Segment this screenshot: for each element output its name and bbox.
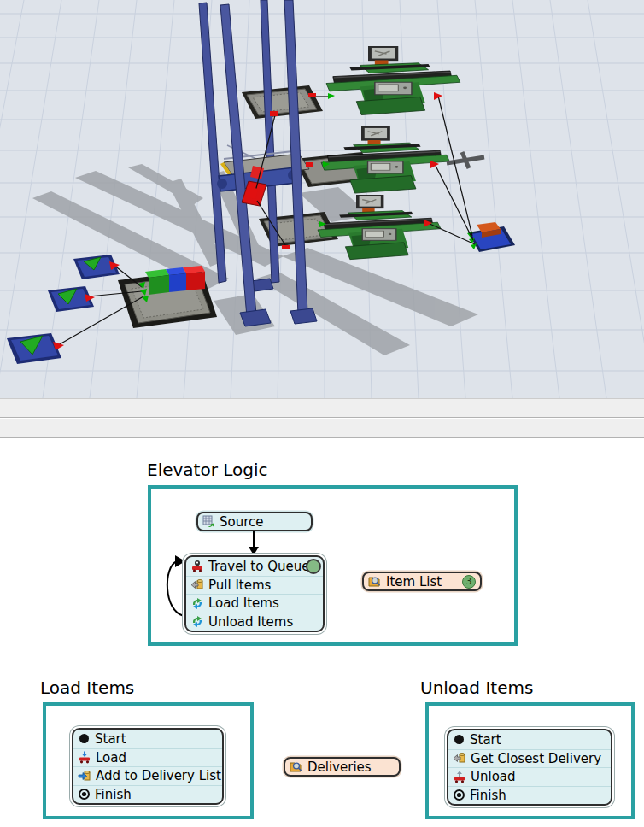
- finish-icon: [78, 788, 91, 801]
- horizontal-splitter-2[interactable]: [0, 419, 644, 438]
- activity-get-closest-delivery[interactable]: Get Closest Delivery: [448, 749, 611, 768]
- source-icon: [202, 515, 215, 528]
- activity-start[interactable]: Start: [448, 730, 611, 749]
- activity-pull-items[interactable]: Pull Items: [186, 576, 323, 595]
- 3d-model-view[interactable]: [0, 0, 644, 398]
- activity-finish[interactable]: Finish: [73, 785, 222, 804]
- start-icon: [453, 733, 465, 746]
- pull-list-icon: [190, 578, 204, 591]
- item-list-label: Item List: [386, 574, 442, 589]
- subflow-icon: [190, 615, 204, 628]
- travel-icon: [190, 560, 204, 572]
- activity-label: Start: [95, 731, 126, 747]
- activity-label: Unload Items: [208, 614, 293, 630]
- finish-icon: [453, 789, 465, 801]
- push-list-icon: [78, 770, 91, 783]
- magnifier-list-icon: [290, 760, 303, 773]
- source-label: Source: [220, 514, 264, 530]
- activity-label: Pull Items: [208, 578, 271, 593]
- activity-start[interactable]: Start: [73, 730, 222, 748]
- activity-load[interactable]: Load: [73, 748, 222, 767]
- activity-label: Add to Delivery List: [96, 768, 221, 783]
- activity-unload[interactable]: Unload: [448, 767, 611, 786]
- 3d-scene-canvas: [0, 0, 644, 398]
- activity-label: Load Items: [208, 595, 279, 611]
- activity-finish[interactable]: Finish: [448, 786, 611, 805]
- elevator-logic-title: Elevator Logic: [147, 460, 268, 480]
- activity-label: Load: [96, 750, 126, 765]
- load-items-title: Load Items: [40, 677, 134, 698]
- unload-items-container[interactable]: Start Get Closest Delivery Unload: [425, 702, 635, 819]
- activity-travel-to-queue[interactable]: Travel to Queue: [186, 557, 323, 576]
- horizontal-splitter-1[interactable]: [0, 398, 644, 418]
- activity-unload-items[interactable]: Unload Items: [186, 613, 323, 631]
- deliveries-label: Deliveries: [307, 760, 372, 775]
- activity-label: Get Closest Delivery: [471, 751, 601, 766]
- start-icon: [78, 732, 91, 745]
- item-list-block[interactable]: Item List 3: [362, 572, 482, 591]
- item-list-count-badge[interactable]: 3: [462, 575, 476, 589]
- unload-truck-icon: [453, 771, 466, 783]
- activity-label: Unload: [471, 769, 516, 784]
- activity-add-to-delivery-list[interactable]: Add to Delivery List: [73, 766, 222, 785]
- activity-label: Start: [470, 732, 501, 748]
- elevator-logic-container[interactable]: Source Travel to Queue: [148, 485, 518, 646]
- deliveries-block[interactable]: Deliveries: [284, 757, 401, 777]
- load-items-stack[interactable]: Start Load Add to Delivery List: [72, 728, 224, 805]
- source-activity[interactable]: Source: [196, 512, 313, 531]
- activity-label: Travel to Queue: [208, 559, 309, 574]
- activity-load-items[interactable]: Load Items: [186, 594, 323, 613]
- subflow-icon: [190, 597, 204, 610]
- unload-items-title: Unload Items: [420, 677, 533, 698]
- flexsim-window: Elevator Logic Source: [0, 0, 644, 827]
- elevator-activity-stack[interactable]: Travel to Queue Pull Items Load Items: [184, 555, 325, 632]
- unload-items-stack[interactable]: Start Get Closest Delivery Unload: [447, 729, 612, 806]
- activity-label: Finish: [470, 788, 506, 803]
- activity-label: Finish: [95, 787, 132, 802]
- load-truck-icon: [78, 751, 91, 764]
- pull-list-icon: [453, 752, 466, 765]
- token-indicator[interactable]: [306, 559, 321, 574]
- load-items-container[interactable]: Start Load Add to Delivery List: [43, 702, 254, 819]
- magnifier-list-icon: [368, 575, 382, 588]
